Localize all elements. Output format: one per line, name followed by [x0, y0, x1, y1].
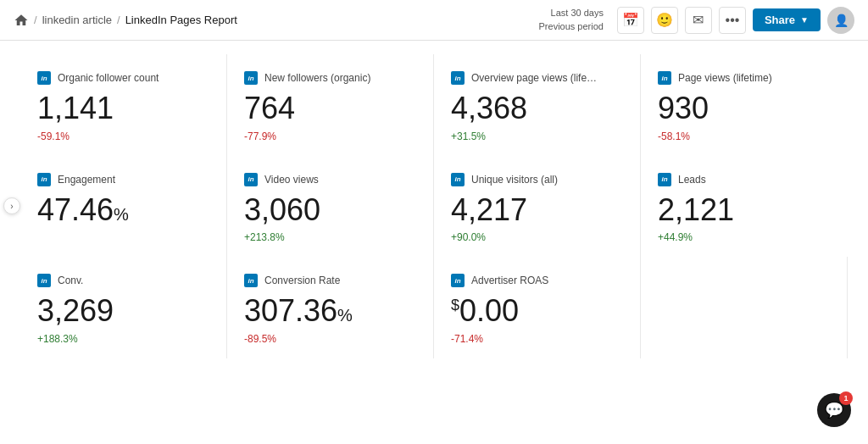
- metric-card-unique-visitors: Unique visitors (all)4,217+90.0%: [434, 156, 641, 258]
- linkedin-icon: [37, 274, 51, 287]
- value-number: 307.36: [244, 293, 337, 328]
- smiley-button[interactable]: 🙂: [651, 7, 678, 34]
- linkedin-icon: [244, 71, 258, 85]
- value-number: 4,368: [451, 91, 527, 125]
- metric-value-video-views: 3,060: [244, 193, 416, 227]
- value-number: 930: [658, 91, 709, 125]
- value-prefix: $: [451, 297, 459, 314]
- metric-card-conversion-rate: Conversion Rate307.36%-89.5%: [227, 257, 434, 358]
- value-number: 4,217: [451, 192, 527, 227]
- metric-value-leads: 2,121: [658, 193, 831, 227]
- metric-card-empty: [641, 257, 848, 358]
- metric-title-conversion-rate: Conversion Rate: [264, 275, 340, 286]
- email-button[interactable]: ✉: [685, 7, 712, 34]
- value-number: 2,121: [658, 192, 734, 227]
- metric-title-conv: Conv.: [58, 275, 83, 286]
- metric-value-organic-follower-count: 1,141: [37, 92, 209, 125]
- metric-card-video-views: Video views3,060+213.8%: [227, 156, 434, 258]
- metric-value-conversion-rate: 307.36%: [244, 294, 416, 328]
- metric-card-page-views-lifetime: Page views (lifetime)930-58.1%: [641, 54, 848, 156]
- metric-change-overview-page-views: +31.5%: [451, 130, 623, 142]
- metric-change-unique-visitors: +90.0%: [451, 231, 623, 243]
- linkedin-icon: [658, 71, 671, 85]
- metric-title-advertiser-roas: Advertiser ROAS: [471, 275, 548, 286]
- chat-badge: 1: [839, 391, 853, 405]
- metric-value-unique-visitors: 4,217: [451, 193, 623, 227]
- metric-header-page-views-lifetime: Page views (lifetime): [658, 71, 831, 85]
- metric-header-conv: Conv.: [37, 274, 209, 287]
- share-button[interactable]: Share ▼: [753, 8, 821, 31]
- breadcrumb-current: LinkedIn Pages Report: [125, 14, 237, 26]
- metric-header-leads: Leads: [658, 173, 831, 186]
- value-number: 3,060: [244, 192, 320, 227]
- metric-value-conv: 3,269: [37, 294, 209, 328]
- chat-icon: 💬: [825, 401, 843, 419]
- metric-title-unique-visitors: Unique visitors (all): [471, 174, 558, 186]
- metric-title-new-followers-organic: New followers (organic): [264, 72, 370, 84]
- chat-bubble[interactable]: 💬 1: [817, 393, 851, 427]
- metric-header-video-views: Video views: [244, 173, 416, 186]
- linkedin-icon: [451, 71, 465, 85]
- value-number: 1,141: [37, 91, 114, 125]
- value-number: 3,269: [37, 293, 114, 328]
- linkedin-icon: [37, 71, 51, 85]
- metric-title-video-views: Video views: [264, 174, 319, 186]
- breadcrumb-link1[interactable]: linkedin article: [42, 14, 112, 26]
- metric-value-advertiser-roas: $0.00: [451, 294, 623, 328]
- metric-title-engagement: Engagement: [58, 174, 115, 186]
- metric-header-advertiser-roas: Advertiser ROAS: [451, 274, 623, 287]
- metric-card-leads: Leads2,121+44.9%: [641, 156, 848, 258]
- linkedin-icon: [451, 173, 465, 186]
- metric-title-page-views-lifetime: Page views (lifetime): [678, 72, 772, 84]
- metrics-row2: Engagement47.46%Video views3,060+213.8%U…: [20, 156, 848, 258]
- metric-card-conv: Conv.3,269+188.3%: [20, 257, 227, 358]
- metric-title-organic-follower-count: Organic follower count: [58, 72, 159, 84]
- metric-change-conversion-rate: -89.5%: [244, 333, 416, 345]
- metric-change-advertiser-roas: -71.4%: [451, 333, 623, 345]
- breadcrumb: / linkedin article / LinkedIn Pages Repo…: [14, 13, 237, 28]
- metric-header-new-followers-organic: New followers (organic): [244, 71, 416, 85]
- value-unit: %: [114, 205, 129, 224]
- linkedin-icon: [37, 173, 51, 186]
- metrics-row1: Organic follower count1,141-59.1%New fol…: [20, 54, 848, 156]
- metric-change-page-views-lifetime: -58.1%: [658, 130, 831, 142]
- metric-change-new-followers-organic: -77.9%: [244, 130, 416, 142]
- metric-card-organic-follower-count: Organic follower count1,141-59.1%: [20, 54, 227, 156]
- share-label: Share: [765, 14, 795, 26]
- metric-title-leads: Leads: [678, 174, 706, 186]
- date-info: Last 30 days Previous period: [539, 7, 604, 33]
- metric-header-overview-page-views: Overview page views (life…: [451, 71, 623, 85]
- metric-change-leads: +44.9%: [658, 231, 831, 243]
- more-button[interactable]: •••: [719, 7, 746, 34]
- metric-change-video-views: +213.8%: [244, 231, 416, 243]
- metric-title-overview-page-views: Overview page views (life…: [471, 72, 597, 84]
- linkedin-icon: [244, 173, 258, 186]
- date-range: Last 30 days: [539, 7, 604, 19]
- metric-card-engagement: Engagement47.46%: [20, 156, 227, 258]
- metric-value-new-followers-organic: 764: [244, 92, 416, 125]
- metric-value-page-views-lifetime: 930: [658, 92, 831, 125]
- period-label: Previous period: [539, 20, 604, 33]
- main-content: › Organic follower count1,141-59.1%New f…: [0, 41, 868, 372]
- metrics-row3: Conv.3,269+188.3%Conversion Rate307.36%-…: [20, 257, 848, 358]
- home-icon: [14, 13, 29, 28]
- linkedin-icon: [658, 173, 671, 186]
- metric-card-advertiser-roas: Advertiser ROAS$0.00-71.4%: [434, 257, 641, 358]
- header-right: Last 30 days Previous period 📅 🙂 ✉ ••• S…: [539, 7, 854, 34]
- metric-value-overview-page-views: 4,368: [451, 92, 623, 125]
- breadcrumb-sep2: /: [117, 14, 120, 26]
- side-chevron-button[interactable]: ›: [3, 197, 20, 214]
- share-arrow-icon: ▼: [800, 15, 809, 25]
- value-unit: %: [337, 306, 353, 325]
- header: / linkedin article / LinkedIn Pages Repo…: [0, 0, 868, 41]
- calendar-button[interactable]: 📅: [617, 7, 644, 34]
- metric-change-conv: +188.3%: [37, 333, 209, 345]
- linkedin-icon: [244, 274, 258, 287]
- value-number: 0.00: [459, 293, 519, 328]
- metric-header-unique-visitors: Unique visitors (all): [451, 173, 623, 186]
- metric-header-organic-follower-count: Organic follower count: [37, 71, 209, 85]
- metric-header-conversion-rate: Conversion Rate: [244, 274, 416, 287]
- breadcrumb-sep1: /: [34, 14, 37, 26]
- metric-value-engagement: 47.46%: [37, 193, 209, 227]
- avatar-button[interactable]: 👤: [827, 7, 854, 34]
